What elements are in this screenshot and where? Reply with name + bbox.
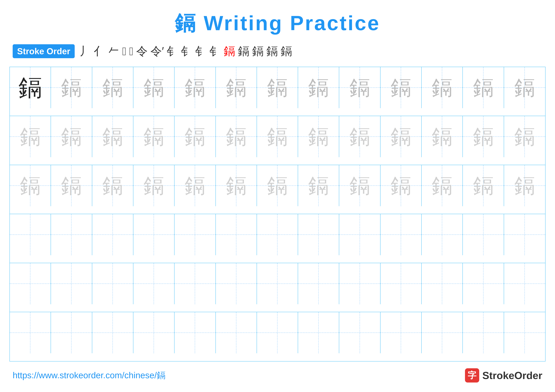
- character-lighter: 鎘: [350, 126, 370, 147]
- grid-cell-1-13[interactable]: 鎘: [504, 67, 545, 108]
- character-lighter: 鎘: [185, 175, 205, 196]
- grid-cell-5-13[interactable]: [504, 263, 545, 304]
- grid-cell-1-1[interactable]: 鎘: [10, 67, 51, 108]
- grid-cell-4-1[interactable]: [10, 214, 51, 255]
- grid-cell-2-7[interactable]: 鎘: [257, 116, 298, 157]
- grid-cell-3-13[interactable]: 鎘: [504, 165, 545, 206]
- grid-cell-6-3[interactable]: [92, 312, 133, 353]
- grid-cell-5-6[interactable]: [216, 263, 257, 304]
- grid-cell-4-7[interactable]: [257, 214, 298, 255]
- stroke-step-11: 钅: [210, 44, 221, 59]
- grid-cell-5-2[interactable]: [51, 263, 92, 304]
- footer-url-link[interactable]: https://www.strokeorder.com/chinese/鎘: [13, 370, 166, 381]
- grid-cell-2-11[interactable]: 鎘: [422, 116, 463, 157]
- character-lighter: 鎘: [144, 126, 164, 147]
- grid-cell-3-1[interactable]: 鎘: [10, 165, 51, 206]
- character-lighter: 鎘: [226, 126, 247, 147]
- grid-cell-6-11[interactable]: [422, 312, 463, 353]
- grid-cell-4-10[interactable]: [380, 214, 422, 255]
- grid-cell-2-8[interactable]: 鎘: [298, 116, 339, 157]
- character-light: 鎘: [61, 77, 82, 98]
- grid-cell-1-5[interactable]: 鎘: [175, 67, 216, 108]
- grid-cell-4-3[interactable]: [92, 214, 133, 255]
- stroke-step-14: 鎘: [252, 44, 263, 59]
- grid-cell-4-2[interactable]: [51, 214, 92, 255]
- grid-cell-5-11[interactable]: [422, 263, 463, 304]
- grid-cell-2-4[interactable]: 鎘: [133, 116, 175, 157]
- grid-cell-1-6[interactable]: 鎘: [216, 67, 257, 108]
- stroke-step-5: 𠂏: [129, 45, 133, 58]
- grid-cell-3-6[interactable]: 鎘: [216, 165, 257, 206]
- grid-cell-5-9[interactable]: [339, 263, 380, 304]
- grid-cell-4-9[interactable]: [339, 214, 380, 255]
- grid-cell-5-1[interactable]: [10, 263, 51, 304]
- grid-cell-5-8[interactable]: [298, 263, 339, 304]
- grid-cell-3-5[interactable]: 鎘: [175, 165, 216, 206]
- grid-cell-6-6[interactable]: [216, 312, 257, 353]
- grid-cell-2-3[interactable]: 鎘: [92, 116, 133, 157]
- grid-cell-5-12[interactable]: [463, 263, 504, 304]
- character-light: 鎘: [350, 77, 370, 98]
- grid-cell-2-5[interactable]: 鎘: [175, 116, 216, 157]
- grid-cell-6-4[interactable]: [133, 312, 175, 353]
- character-lighter: 鎘: [308, 175, 329, 196]
- stroke-step-9: 钅: [181, 44, 192, 59]
- grid-cell-3-3[interactable]: 鎘: [92, 165, 133, 206]
- grid-cell-6-2[interactable]: [51, 312, 92, 353]
- grid-cell-3-2[interactable]: 鎘: [51, 165, 92, 206]
- grid-cell-4-11[interactable]: [422, 214, 463, 255]
- grid-cell-6-1[interactable]: [10, 312, 51, 353]
- grid-cell-1-10[interactable]: 鎘: [380, 67, 422, 108]
- grid-cell-6-10[interactable]: [380, 312, 422, 353]
- stroke-order-badge: Stroke Order: [13, 44, 75, 58]
- grid-cell-5-4[interactable]: [133, 263, 175, 304]
- grid-cell-3-4[interactable]: 鎘: [133, 165, 175, 206]
- grid-cell-6-5[interactable]: [175, 312, 216, 353]
- grid-cell-1-2[interactable]: 鎘: [51, 67, 92, 108]
- grid-cell-2-6[interactable]: 鎘: [216, 116, 257, 157]
- grid-cell-3-10[interactable]: 鎘: [380, 165, 422, 206]
- character-lighter: 鎘: [391, 175, 411, 196]
- grid-cell-6-9[interactable]: [339, 312, 380, 353]
- grid-cell-2-2[interactable]: 鎘: [51, 116, 92, 157]
- grid-cell-6-12[interactable]: [463, 312, 504, 353]
- grid-cell-5-5[interactable]: [175, 263, 216, 304]
- character-light: 鎘: [267, 77, 288, 98]
- grid-cell-5-10[interactable]: [380, 263, 422, 304]
- grid-cell-1-9[interactable]: 鎘: [339, 67, 380, 108]
- grid-cell-5-3[interactable]: [92, 263, 133, 304]
- character-lighter: 鎘: [20, 126, 41, 147]
- grid-cell-1-7[interactable]: 鎘: [257, 67, 298, 108]
- grid-cell-6-13[interactable]: [504, 312, 545, 353]
- grid-cell-6-7[interactable]: [257, 312, 298, 353]
- grid-cell-4-12[interactable]: [463, 214, 504, 255]
- grid-cell-1-8[interactable]: 鎘: [298, 67, 339, 108]
- grid-cell-2-12[interactable]: 鎘: [463, 116, 504, 157]
- grid-cell-1-4[interactable]: 鎘: [133, 67, 175, 108]
- stroke-step-8: 钅: [167, 44, 178, 59]
- grid-cell-4-13[interactable]: [504, 214, 545, 255]
- stroke-step-2: 亻: [94, 44, 105, 59]
- character-light: 鎘: [185, 77, 205, 98]
- grid-cell-3-7[interactable]: 鎘: [257, 165, 298, 206]
- grid-cell-4-4[interactable]: [133, 214, 175, 255]
- grid-cell-1-3[interactable]: 鎘: [92, 67, 133, 108]
- grid-cell-6-8[interactable]: [298, 312, 339, 353]
- grid-row-5: [10, 263, 545, 312]
- grid-cell-5-7[interactable]: [257, 263, 298, 304]
- grid-cell-2-10[interactable]: 鎘: [380, 116, 422, 157]
- grid-cell-3-9[interactable]: 鎘: [339, 165, 380, 206]
- stroke-step-1: 丿: [80, 44, 91, 59]
- grid-cell-1-11[interactable]: 鎘: [422, 67, 463, 108]
- grid-cell-4-6[interactable]: [216, 214, 257, 255]
- grid-cell-4-5[interactable]: [175, 214, 216, 255]
- grid-cell-2-9[interactable]: 鎘: [339, 116, 380, 157]
- character-lighter: 鎘: [350, 175, 370, 196]
- grid-cell-3-12[interactable]: 鎘: [463, 165, 504, 206]
- grid-cell-1-12[interactable]: 鎘: [463, 67, 504, 108]
- grid-cell-3-11[interactable]: 鎘: [422, 165, 463, 206]
- grid-cell-3-8[interactable]: 鎘: [298, 165, 339, 206]
- grid-cell-2-1[interactable]: 鎘: [10, 116, 51, 157]
- grid-cell-2-13[interactable]: 鎘: [504, 116, 545, 157]
- grid-cell-4-8[interactable]: [298, 214, 339, 255]
